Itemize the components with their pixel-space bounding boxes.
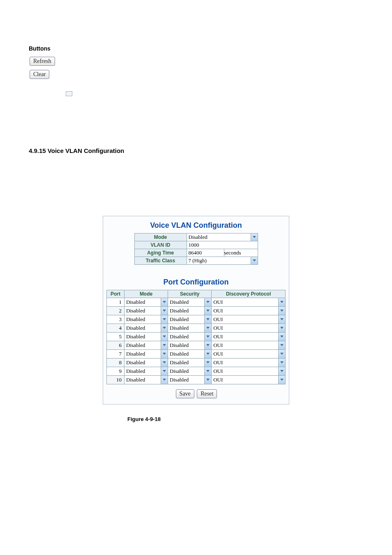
chevron-down-icon[interactable]: [161, 333, 168, 341]
port-mode-select[interactable]: Disabled: [125, 324, 168, 332]
port-security-select[interactable]: Disabled: [168, 367, 211, 375]
port-mode-select[interactable]: Disabled: [125, 367, 168, 375]
chevron-down-icon[interactable]: [278, 307, 285, 315]
buttons-heading: Buttons: [29, 45, 363, 52]
chevron-down-icon[interactable]: [278, 298, 285, 306]
port-mode-select[interactable]: Disabled: [125, 376, 168, 384]
chevron-down-icon[interactable]: [204, 341, 211, 349]
chevron-down-icon[interactable]: [204, 315, 211, 324]
svg-marker-12: [206, 327, 210, 329]
port-mode-value: Disabled: [125, 315, 161, 324]
svg-marker-14: [163, 335, 166, 338]
chevron-down-icon[interactable]: [278, 333, 285, 341]
port-discovery-select[interactable]: OUI: [212, 358, 285, 367]
port-discovery-select[interactable]: OUI: [212, 324, 285, 332]
port-discovery-value: OUI: [212, 333, 278, 341]
port-mode-value: Disabled: [125, 376, 161, 384]
port-security-select[interactable]: Disabled: [168, 315, 211, 324]
port-security-select[interactable]: Disabled: [168, 298, 211, 306]
port-mode-select[interactable]: Disabled: [125, 341, 168, 349]
port-discovery-select[interactable]: OUI: [212, 333, 285, 341]
port-discovery-select[interactable]: OUI: [212, 298, 285, 306]
svg-marker-19: [280, 344, 284, 346]
table-row: 10DisabledDisabledOUI: [107, 376, 286, 384]
vlan-id-input[interactable]: [187, 241, 258, 249]
port-discovery-select[interactable]: OUI: [212, 315, 285, 324]
port-security-select[interactable]: Disabled: [168, 341, 211, 349]
port-security-select[interactable]: Disabled: [168, 307, 211, 315]
port-security-select[interactable]: Disabled: [168, 324, 211, 332]
traffic-class-select[interactable]: 7 (High): [187, 257, 258, 264]
chevron-down-icon[interactable]: [278, 315, 285, 324]
port-mode-select[interactable]: Disabled: [125, 298, 168, 306]
port-mode-select[interactable]: Disabled: [125, 333, 168, 341]
chevron-down-icon[interactable]: [278, 341, 285, 349]
svg-marker-9: [206, 318, 210, 320]
port-mode-select[interactable]: Disabled: [125, 315, 168, 324]
chevron-down-icon[interactable]: [278, 350, 285, 358]
table-row: 5DisabledDisabledOUI: [107, 333, 286, 341]
chevron-down-icon[interactable]: [204, 358, 211, 367]
chevron-down-icon[interactable]: [204, 324, 211, 332]
port-security-select[interactable]: Disabled: [168, 358, 211, 367]
chevron-down-icon[interactable]: [204, 367, 211, 375]
port-security-select[interactable]: Disabled: [168, 333, 211, 341]
port-discovery-select[interactable]: OUI: [212, 341, 285, 349]
port-number: 5: [107, 333, 125, 341]
col-discovery: Discovery Protocol: [212, 290, 286, 298]
port-mode-value: Disabled: [125, 298, 161, 306]
chevron-down-icon[interactable]: [161, 307, 168, 315]
port-discovery-value: OUI: [212, 307, 278, 315]
svg-marker-31: [280, 379, 284, 381]
port-mode-value: Disabled: [125, 341, 161, 349]
chevron-down-icon[interactable]: [161, 367, 168, 375]
mode-select[interactable]: Disabled: [187, 234, 258, 241]
chevron-down-icon[interactable]: [204, 376, 211, 384]
aging-time-input[interactable]: [187, 249, 224, 257]
chevron-down-icon[interactable]: [204, 333, 211, 341]
port-mode-select[interactable]: Disabled: [125, 350, 168, 358]
svg-marker-17: [163, 344, 166, 346]
port-security-select[interactable]: Disabled: [168, 376, 211, 384]
svg-marker-21: [206, 353, 210, 355]
table-row: 7DisabledDisabledOUI: [107, 350, 286, 358]
chevron-down-icon[interactable]: [204, 307, 211, 315]
chevron-down-icon[interactable]: [278, 358, 285, 367]
port-discovery-select[interactable]: OUI: [212, 350, 285, 358]
chevron-down-icon[interactable]: [251, 257, 258, 264]
port-discovery-value: OUI: [212, 315, 278, 324]
chevron-down-icon[interactable]: [161, 341, 168, 349]
port-security-value: Disabled: [168, 333, 204, 341]
port-discovery-select[interactable]: OUI: [212, 367, 285, 375]
svg-marker-20: [163, 353, 166, 355]
chevron-down-icon[interactable]: [161, 298, 168, 306]
chevron-down-icon[interactable]: [161, 358, 168, 367]
svg-marker-6: [206, 310, 210, 312]
chevron-down-icon[interactable]: [278, 376, 285, 384]
chevron-down-icon[interactable]: [278, 367, 285, 375]
svg-marker-30: [206, 379, 210, 381]
port-security-value: Disabled: [168, 324, 204, 332]
port-mode-select[interactable]: Disabled: [125, 307, 168, 315]
reset-button[interactable]: Reset: [197, 389, 217, 398]
save-button[interactable]: Save: [176, 389, 194, 398]
port-discovery-select[interactable]: OUI: [212, 307, 285, 315]
voice-vlan-panel: Voice VLAN Configuration Mode Disabled V…: [103, 216, 289, 405]
chevron-down-icon[interactable]: [204, 350, 211, 358]
port-discovery-select[interactable]: OUI: [212, 376, 285, 384]
chevron-down-icon[interactable]: [278, 324, 285, 332]
svg-marker-28: [280, 370, 284, 372]
chevron-down-icon[interactable]: [161, 376, 168, 384]
figure-caption: Figure 4-9-18: [29, 416, 363, 422]
chevron-down-icon[interactable]: [161, 315, 168, 324]
refresh-button[interactable]: Refresh: [30, 57, 55, 66]
svg-marker-29: [163, 379, 166, 381]
port-security-select[interactable]: Disabled: [168, 350, 211, 358]
chevron-down-icon[interactable]: [251, 234, 258, 241]
clear-button[interactable]: Clear: [30, 70, 49, 79]
port-mode-select[interactable]: Disabled: [125, 358, 168, 367]
chevron-down-icon[interactable]: [161, 350, 168, 358]
chevron-down-icon[interactable]: [161, 324, 168, 332]
port-number: 6: [107, 341, 125, 350]
chevron-down-icon[interactable]: [204, 298, 211, 306]
